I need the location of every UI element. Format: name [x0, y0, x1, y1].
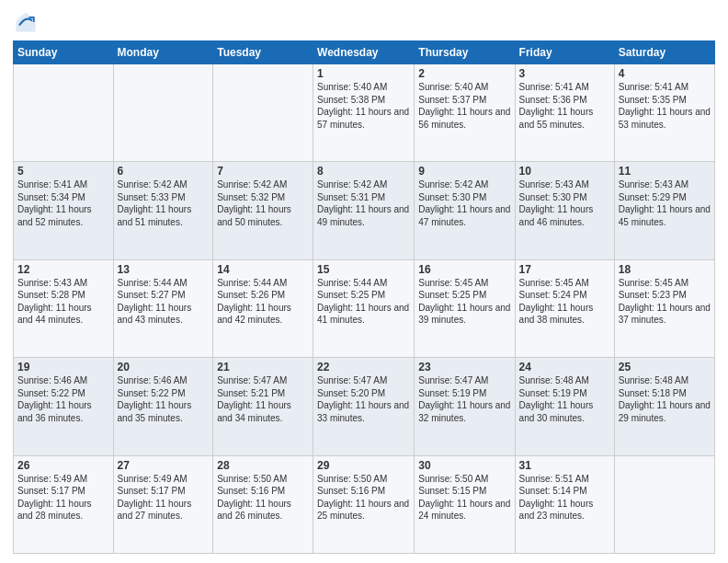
calendar-cell: 31Sunrise: 5:51 AMSunset: 5:14 PMDayligh… [515, 455, 614, 553]
weekday-header-wednesday: Wednesday [313, 41, 415, 64]
calendar-cell: 19Sunrise: 5:46 AMSunset: 5:22 PMDayligh… [14, 358, 114, 455]
day-number: 2 [418, 67, 510, 80]
calendar-cell [113, 64, 213, 162]
header [13, 9, 715, 35]
day-info: Sunrise: 5:42 AMSunset: 5:30 PMDaylight:… [418, 179, 510, 227]
day-number: 11 [619, 165, 711, 178]
day-number: 18 [619, 263, 711, 276]
day-info: Sunrise: 5:40 AMSunset: 5:38 PMDaylight:… [317, 82, 409, 130]
calendar-cell [614, 455, 714, 553]
calendar-cell: 17Sunrise: 5:45 AMSunset: 5:24 PMDayligh… [515, 259, 614, 357]
svg-marker-1 [17, 13, 36, 32]
day-number: 30 [418, 459, 510, 472]
day-number: 15 [317, 263, 410, 276]
day-number: 5 [17, 165, 109, 178]
day-info: Sunrise: 5:43 AMSunset: 5:29 PMDaylight:… [619, 179, 711, 227]
day-number: 17 [519, 263, 610, 276]
day-info: Sunrise: 5:42 AMSunset: 5:32 PMDaylight:… [217, 179, 291, 227]
day-info: Sunrise: 5:44 AMSunset: 5:25 PMDaylight:… [317, 278, 409, 326]
calendar-cell: 3Sunrise: 5:41 AMSunset: 5:36 PMDaylight… [515, 64, 614, 162]
calendar-cell: 10Sunrise: 5:43 AMSunset: 5:30 PMDayligh… [515, 162, 614, 259]
calendar-cell: 25Sunrise: 5:48 AMSunset: 5:18 PMDayligh… [614, 358, 714, 455]
day-number: 25 [619, 361, 711, 373]
day-info: Sunrise: 5:42 AMSunset: 5:31 PMDaylight:… [317, 179, 409, 227]
calendar-cell: 30Sunrise: 5:50 AMSunset: 5:15 PMDayligh… [415, 455, 515, 553]
day-number: 3 [519, 67, 610, 80]
day-number: 29 [317, 459, 410, 472]
weekday-header-saturday: Saturday [614, 41, 714, 64]
day-info: Sunrise: 5:47 AMSunset: 5:20 PMDaylight:… [317, 375, 409, 423]
weekday-header-sunday: Sunday [14, 41, 114, 64]
calendar-table: SundayMondayTuesdayWednesdayThursdayFrid… [13, 40, 715, 554]
day-info: Sunrise: 5:43 AMSunset: 5:28 PMDaylight:… [17, 278, 92, 326]
day-number: 14 [217, 263, 309, 276]
day-info: Sunrise: 5:49 AMSunset: 5:17 PMDaylight:… [118, 474, 192, 522]
calendar-cell: 18Sunrise: 5:45 AMSunset: 5:23 PMDayligh… [614, 259, 714, 357]
calendar-cell: 1Sunrise: 5:40 AMSunset: 5:38 PMDaylight… [313, 64, 415, 162]
day-info: Sunrise: 5:44 AMSunset: 5:26 PMDaylight:… [217, 278, 291, 326]
week-row-2: 5Sunrise: 5:41 AMSunset: 5:34 PMDaylight… [14, 162, 715, 259]
calendar-cell: 11Sunrise: 5:43 AMSunset: 5:29 PMDayligh… [614, 162, 714, 259]
day-info: Sunrise: 5:48 AMSunset: 5:19 PMDaylight:… [519, 375, 594, 423]
day-number: 31 [519, 459, 610, 472]
week-row-5: 26Sunrise: 5:49 AMSunset: 5:17 PMDayligh… [14, 455, 715, 553]
day-info: Sunrise: 5:50 AMSunset: 5:15 PMDaylight:… [418, 474, 510, 522]
day-number: 13 [118, 263, 210, 276]
day-number: 4 [619, 67, 711, 80]
day-info: Sunrise: 5:41 AMSunset: 5:35 PMDaylight:… [619, 82, 711, 130]
calendar-cell: 21Sunrise: 5:47 AMSunset: 5:21 PMDayligh… [213, 358, 313, 455]
day-number: 7 [217, 165, 309, 178]
day-info: Sunrise: 5:50 AMSunset: 5:16 PMDaylight:… [217, 474, 291, 522]
calendar-cell: 12Sunrise: 5:43 AMSunset: 5:28 PMDayligh… [14, 259, 114, 357]
week-row-3: 12Sunrise: 5:43 AMSunset: 5:28 PMDayligh… [14, 259, 715, 357]
day-info: Sunrise: 5:45 AMSunset: 5:23 PMDaylight:… [619, 278, 711, 326]
logo [13, 9, 42, 35]
day-number: 16 [418, 263, 510, 276]
calendar-cell: 8Sunrise: 5:42 AMSunset: 5:31 PMDaylight… [313, 162, 415, 259]
calendar-cell [14, 64, 114, 162]
calendar-cell: 13Sunrise: 5:44 AMSunset: 5:27 PMDayligh… [113, 259, 213, 357]
day-info: Sunrise: 5:47 AMSunset: 5:21 PMDaylight:… [217, 375, 291, 423]
weekday-header-row: SundayMondayTuesdayWednesdayThursdayFrid… [14, 41, 715, 64]
calendar-cell: 14Sunrise: 5:44 AMSunset: 5:26 PMDayligh… [213, 259, 313, 357]
calendar-cell: 4Sunrise: 5:41 AMSunset: 5:35 PMDaylight… [614, 64, 714, 162]
day-number: 27 [118, 459, 210, 472]
day-info: Sunrise: 5:49 AMSunset: 5:17 PMDaylight:… [17, 474, 92, 522]
calendar-cell: 15Sunrise: 5:44 AMSunset: 5:25 PMDayligh… [313, 259, 415, 357]
calendar-cell: 6Sunrise: 5:42 AMSunset: 5:33 PMDaylight… [113, 162, 213, 259]
day-number: 22 [317, 361, 410, 373]
day-number: 6 [118, 165, 210, 178]
calendar-cell: 9Sunrise: 5:42 AMSunset: 5:30 PMDaylight… [415, 162, 515, 259]
calendar-cell: 7Sunrise: 5:42 AMSunset: 5:32 PMDaylight… [213, 162, 313, 259]
day-info: Sunrise: 5:43 AMSunset: 5:30 PMDaylight:… [519, 179, 594, 227]
day-number: 21 [217, 361, 309, 373]
calendar-cell: 2Sunrise: 5:40 AMSunset: 5:37 PMDaylight… [415, 64, 515, 162]
day-number: 28 [217, 459, 309, 472]
weekday-header-thursday: Thursday [415, 41, 515, 64]
day-info: Sunrise: 5:48 AMSunset: 5:18 PMDaylight:… [619, 375, 711, 423]
weekday-header-friday: Friday [515, 41, 614, 64]
day-info: Sunrise: 5:45 AMSunset: 5:24 PMDaylight:… [519, 278, 594, 326]
day-info: Sunrise: 5:51 AMSunset: 5:14 PMDaylight:… [519, 474, 594, 522]
logo-icon [13, 9, 39, 35]
calendar-cell: 24Sunrise: 5:48 AMSunset: 5:19 PMDayligh… [515, 358, 614, 455]
day-number: 23 [418, 361, 510, 373]
day-info: Sunrise: 5:45 AMSunset: 5:25 PMDaylight:… [418, 278, 510, 326]
day-number: 8 [317, 165, 410, 178]
day-info: Sunrise: 5:41 AMSunset: 5:36 PMDaylight:… [519, 82, 594, 130]
day-number: 20 [118, 361, 210, 373]
day-number: 1 [317, 67, 410, 80]
calendar-cell: 16Sunrise: 5:45 AMSunset: 5:25 PMDayligh… [415, 259, 515, 357]
day-number: 12 [17, 263, 109, 276]
day-number: 10 [519, 165, 610, 178]
calendar-cell: 22Sunrise: 5:47 AMSunset: 5:20 PMDayligh… [313, 358, 415, 455]
day-number: 19 [17, 361, 109, 373]
weekday-header-monday: Monday [113, 41, 213, 64]
day-info: Sunrise: 5:46 AMSunset: 5:22 PMDaylight:… [17, 375, 92, 423]
calendar-cell: 27Sunrise: 5:49 AMSunset: 5:17 PMDayligh… [113, 455, 213, 553]
calendar-cell: 23Sunrise: 5:47 AMSunset: 5:19 PMDayligh… [415, 358, 515, 455]
week-row-4: 19Sunrise: 5:46 AMSunset: 5:22 PMDayligh… [14, 358, 715, 455]
week-row-1: 1Sunrise: 5:40 AMSunset: 5:38 PMDaylight… [14, 64, 715, 162]
day-info: Sunrise: 5:46 AMSunset: 5:22 PMDaylight:… [118, 375, 192, 423]
day-info: Sunrise: 5:41 AMSunset: 5:34 PMDaylight:… [17, 179, 92, 227]
